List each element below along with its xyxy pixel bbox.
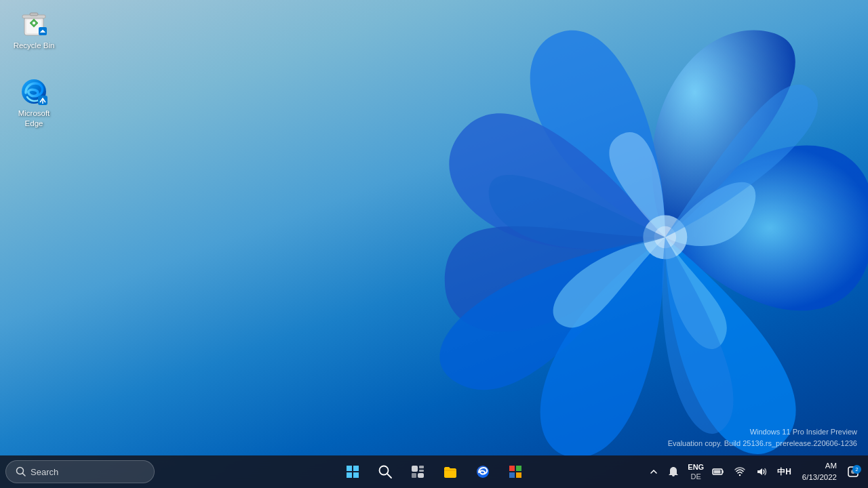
volume-button[interactable] [751,463,772,481]
volume-icon [755,466,768,478]
edge-taskbar-icon [475,464,490,479]
edge-image [20,77,48,106]
hidden-icons-button[interactable] [646,465,662,479]
svg-rect-28 [516,472,521,478]
svg-rect-5 [30,13,38,16]
svg-rect-13 [347,466,352,471]
store-icon [508,464,523,479]
widgets-icon [410,464,425,479]
language-label: ENG [688,462,704,472]
wallpaper [231,0,868,488]
taskbar-center-icons [338,458,530,485]
notification-icon [667,466,679,478]
taskbar-search-icon [378,464,393,479]
svg-rect-20 [419,466,424,468]
taskbar-search-button[interactable] [370,458,400,485]
svg-rect-22 [412,473,416,478]
ime-label: 中H [777,466,791,478]
svg-rect-25 [509,466,515,471]
svg-rect-30 [722,470,724,473]
desktop: Recycle Bin [0,0,868,488]
recycle-bin-label: Recycle Bin [14,41,55,51]
date-display: 6/13/2022 [802,472,837,483]
network-icon [734,466,746,478]
svg-rect-23 [418,473,424,478]
svg-rect-16 [353,472,359,478]
file-explorer-icon [443,464,458,479]
language-sub-label: DE [691,472,701,481]
start-button[interactable] [338,458,368,485]
time-display: AM [825,460,837,472]
system-tray: ENG DE [646,459,863,485]
edge-taskbar-button[interactable] [468,458,498,485]
start-icon [345,464,360,479]
svg-line-12 [23,474,26,476]
ime-button[interactable]: 中H [773,464,795,481]
file-explorer-button[interactable] [435,458,465,485]
chevron-up-icon [650,468,658,476]
battery-icon [712,466,724,478]
edge-icon-label: Microsoft Edge [9,108,58,129]
svg-rect-19 [412,466,418,472]
svg-rect-14 [353,466,359,471]
search-icon [16,466,26,477]
svg-rect-26 [516,466,521,471]
network-button[interactable] [730,463,750,481]
notification-badge: 2 [852,465,861,474]
store-button[interactable] [500,458,530,485]
action-center-button[interactable]: 2 [844,464,863,480]
svg-rect-21 [419,470,424,472]
recycle-bin-icon[interactable]: Recycle Bin [7,7,61,54]
search-box[interactable]: Search [5,460,155,483]
language-indicator[interactable]: ENG DE [685,461,707,483]
taskbar: Search [0,455,868,488]
svg-line-18 [387,474,391,478]
notification-button[interactable] [663,463,684,481]
svg-rect-31 [714,470,721,474]
search-label: Search [31,467,58,477]
recycle-bin-image [20,9,48,38]
microsoft-edge-icon[interactable]: Microsoft Edge [7,75,61,131]
datetime-button[interactable]: AM 6/13/2022 [797,459,842,485]
battery-button[interactable] [708,463,728,481]
svg-rect-15 [347,472,352,478]
widgets-button[interactable] [403,458,433,485]
svg-rect-27 [509,472,515,478]
